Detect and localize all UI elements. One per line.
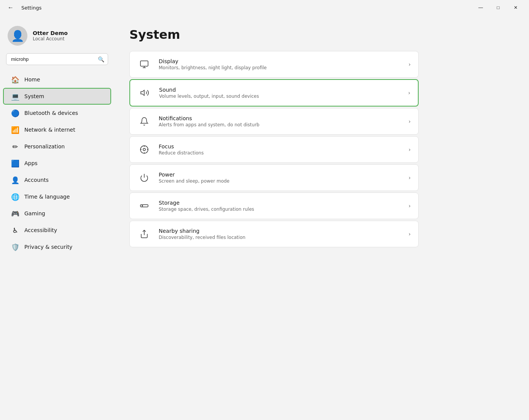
maximize-button[interactable]: □ (489, 2, 507, 14)
nearby-title: Nearby sharing (159, 228, 401, 234)
sidebar-item-accessibility[interactable]: ♿ Accessibility (3, 222, 111, 239)
sidebar-item-label: Privacy & security (24, 244, 72, 250)
storage-text: Storage Storage space, drives, configura… (159, 200, 401, 212)
titlebar-left: ← Settings (5, 3, 41, 13)
sidebar-item-label: Time & language (24, 194, 70, 200)
sidebar-item-label: Accessibility (24, 227, 57, 233)
search-input[interactable] (6, 53, 108, 65)
svg-point-12 (142, 205, 143, 206)
close-button[interactable]: ✕ (507, 2, 524, 14)
sidebar-item-bluetooth[interactable]: 🔵 Bluetooth & devices (3, 105, 111, 121)
sidebar-item-personalization[interactable]: ✏️ Personalization (3, 138, 111, 155)
minimize-button[interactable]: — (472, 2, 489, 14)
chevron-right-icon: › (408, 203, 411, 209)
app-content: 👤 Otter Demo Local Account 🔍 🏠 Home 💻 Sy… (0, 15, 529, 420)
user-subtitle: Local Account (33, 36, 68, 41)
home-icon: 🏠 (11, 76, 19, 83)
notifications-subtitle: Alerts from apps and system, do not dist… (159, 122, 401, 127)
privacy-icon: 🛡️ (11, 243, 19, 251)
system-icon: 💻 (11, 92, 19, 100)
settings-item-power[interactable]: Power Screen and sleep, power mode › (129, 164, 419, 191)
personalization-icon: ✏️ (11, 143, 19, 150)
focus-icon (137, 143, 151, 156)
network-icon: 📶 (11, 126, 19, 134)
storage-subtitle: Storage space, drives, configuration rul… (159, 207, 401, 212)
settings-item-storage[interactable]: Storage Storage space, drives, configura… (129, 192, 419, 219)
settings-item-display[interactable]: Display Monitors, brightness, night ligh… (129, 51, 419, 78)
svg-rect-11 (140, 205, 148, 207)
sidebar-item-label: Bluetooth & devices (24, 110, 78, 116)
nearby-icon (137, 227, 151, 241)
svg-point-5 (143, 148, 145, 151)
search-box: 🔍 (6, 53, 108, 65)
power-subtitle: Screen and sleep, power mode (159, 178, 401, 184)
chevron-right-icon: › (408, 61, 411, 67)
bluetooth-icon: 🔵 (11, 109, 19, 117)
display-title: Display (159, 58, 401, 64)
sidebar-item-label: Gaming (24, 210, 45, 216)
user-name: Otter Demo (33, 30, 68, 36)
sidebar-item-system[interactable]: 💻 System (3, 88, 111, 105)
user-section: 👤 Otter Demo Local Account (0, 21, 114, 53)
avatar-icon: 👤 (11, 30, 24, 42)
titlebar: ← Settings — □ ✕ (0, 0, 529, 15)
sidebar-item-label: Apps (24, 160, 38, 166)
focus-text: Focus Reduce distractions (159, 143, 401, 156)
sidebar-item-accounts[interactable]: 👤 Accounts (3, 172, 111, 188)
sound-text: Sound Volume levels, output, input, soun… (159, 87, 400, 99)
settings-item-focus[interactable]: Focus Reduce distractions › (129, 136, 419, 163)
sidebar: 👤 Otter Demo Local Account 🔍 🏠 Home 💻 Sy… (0, 15, 114, 420)
sidebar-item-label: Network & internet (24, 127, 75, 133)
sound-subtitle: Volume levels, output, input, sound devi… (159, 94, 400, 99)
power-title: Power (159, 172, 401, 178)
chevron-right-icon: › (408, 90, 410, 96)
sidebar-item-label: System (24, 93, 44, 99)
sound-title: Sound (159, 87, 400, 93)
sidebar-item-label: Home (24, 76, 40, 83)
focus-subtitle: Reduce distractions (159, 150, 401, 156)
chevron-right-icon: › (408, 231, 411, 237)
display-text: Display Monitors, brightness, night ligh… (159, 58, 401, 70)
titlebar-controls: — □ ✕ (472, 2, 524, 14)
sidebar-item-label: Personalization (24, 143, 65, 150)
time-icon: 🌐 (11, 193, 19, 200)
sidebar-item-label: Accounts (24, 177, 49, 183)
settings-item-sound[interactable]: Sound Volume levels, output, input, soun… (129, 79, 419, 107)
nav-list: 🏠 Home 💻 System 🔵 Bluetooth & devices 📶 … (0, 71, 114, 414)
storage-icon (137, 199, 151, 213)
page-title: System (129, 27, 514, 42)
sidebar-item-privacy[interactable]: 🛡️ Privacy & security (3, 239, 111, 255)
sidebar-item-gaming[interactable]: 🎮 Gaming (3, 205, 111, 222)
focus-title: Focus (159, 143, 401, 150)
accessibility-icon: ♿ (11, 226, 19, 234)
settings-item-nearby[interactable]: Nearby sharing Discoverability, received… (129, 221, 419, 247)
chevron-right-icon: › (408, 118, 411, 124)
notifications-icon (137, 115, 151, 128)
display-subtitle: Monitors, brightness, night light, displ… (159, 65, 401, 70)
chevron-right-icon: › (408, 146, 411, 153)
settings-list: Display Monitors, brightness, night ligh… (129, 51, 419, 247)
storage-title: Storage (159, 200, 401, 206)
back-button[interactable]: ← (5, 3, 17, 13)
gaming-icon: 🎮 (11, 210, 19, 217)
titlebar-title: Settings (21, 5, 41, 11)
power-icon (137, 171, 151, 185)
user-info: Otter Demo Local Account (33, 30, 68, 41)
settings-item-notifications[interactable]: Notifications Alerts from apps and syste… (129, 108, 419, 135)
chevron-right-icon: › (408, 175, 411, 181)
apps-icon: 🟦 (11, 159, 19, 167)
sidebar-item-network[interactable]: 📶 Network & internet (3, 121, 111, 138)
sidebar-item-time[interactable]: 🌐 Time & language (3, 188, 111, 205)
search-icon: 🔍 (98, 56, 104, 62)
sidebar-item-apps[interactable]: 🟦 Apps (3, 155, 111, 172)
display-icon (137, 57, 151, 71)
main-content: System Display Monitors, brightness, nig… (114, 15, 529, 420)
notifications-text: Notifications Alerts from apps and syste… (159, 115, 401, 127)
sound-icon (138, 86, 151, 100)
notifications-title: Notifications (159, 115, 401, 121)
nearby-subtitle: Discoverability, received files location (159, 235, 401, 240)
accounts-icon: 👤 (11, 176, 19, 184)
nearby-text: Nearby sharing Discoverability, received… (159, 228, 401, 240)
svg-marker-3 (141, 90, 144, 95)
sidebar-item-home[interactable]: 🏠 Home (3, 71, 111, 88)
